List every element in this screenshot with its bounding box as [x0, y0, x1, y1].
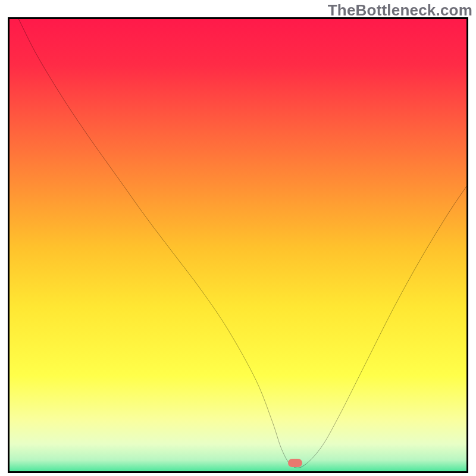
curve-path [18, 19, 466, 468]
minimum-marker [288, 459, 302, 467]
plot-area [8, 17, 468, 473]
watermark-text: TheBottleneck.com [328, 1, 472, 20]
curve-layer [10, 19, 466, 471]
chart-stage: TheBottleneck.com [0, 0, 476, 476]
